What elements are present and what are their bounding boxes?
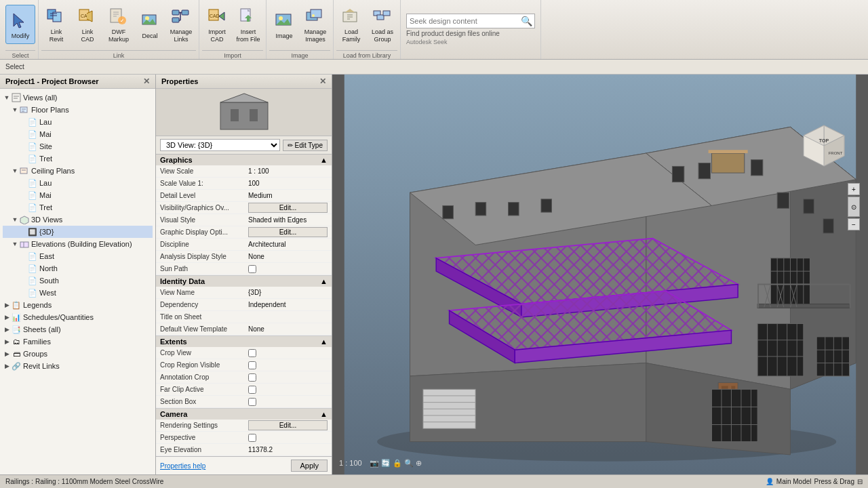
import-cad-button[interactable]: CAD ImportCAD <box>202 3 232 45</box>
rendering-settings-edit-button[interactable]: Edit... <box>248 420 328 430</box>
properties-close[interactable]: ✕ <box>319 77 326 86</box>
decal-button[interactable]: Decal <box>135 5 165 44</box>
tree-label-elevations: Elevations (Building Elevation) <box>31 240 132 248</box>
rendering-settings-label: Rendering Settings <box>160 422 248 429</box>
insert-from-file-button[interactable]: Insertfrom File <box>233 3 263 45</box>
manage-links-button[interactable]: ManageLinks <box>166 3 196 45</box>
expand-sheets: ▶ <box>3 325 11 333</box>
link-cad-button[interactable]: CAD LinkCAD <box>73 3 102 45</box>
graphics-section-header[interactable]: Graphics ▲ <box>156 155 332 165</box>
expand-north <box>19 264 27 272</box>
building-viewport-svg <box>332 75 868 474</box>
manage-images-icon <box>304 5 326 27</box>
prop-section-camera: Camera ▲ Rendering Settings Edit... Pers… <box>156 409 332 456</box>
prop-row-section-box: Section Box <box>156 396 332 408</box>
tree-item-west[interactable]: 📄 West <box>3 287 153 299</box>
tree-item-families[interactable]: ▶ 🗂 Families <box>3 336 153 348</box>
image-button[interactable]: Image <box>269 5 299 44</box>
expand-schedules: ▶ <box>3 313 11 321</box>
groups-icon: 🗃 <box>11 348 22 359</box>
select-group-label: Select <box>5 50 35 59</box>
load-as-group-button[interactable]: Load asGroup <box>368 3 397 45</box>
section-box-checkbox[interactable] <box>248 398 256 406</box>
tree-label-east: East <box>39 252 54 260</box>
tree-item-3d-views[interactable]: ▼ 3D Views <box>3 214 153 226</box>
tree-item-3d[interactable]: 🔲 {3D} <box>3 226 153 238</box>
sun-path-checkbox[interactable] <box>248 265 256 273</box>
tree-item-revit-links[interactable]: ▶ 🔗 Revit Links <box>3 360 153 372</box>
link-revit-button[interactable]: LinkRevit <box>41 3 71 45</box>
tree-label-3d-views: 3D Views <box>31 216 62 224</box>
tree-item-c-tret[interactable]: 📄 Tret <box>3 201 153 214</box>
project-browser-panel: Project1 - Project Browser ✕ ▼ Views (al… <box>0 75 156 474</box>
manage-images-button[interactable]: ManageImages <box>300 3 330 45</box>
crop-view-checkbox[interactable] <box>248 349 256 357</box>
svg-marker-0 <box>14 14 24 28</box>
apply-button[interactable]: Apply <box>291 460 328 472</box>
svg-rect-95 <box>757 304 849 308</box>
identity-collapse-icon: ▲ <box>320 277 328 285</box>
tree-item-c-lau[interactable]: 📄 Lau <box>3 177 153 189</box>
tree-item-views-all[interactable]: ▼ Views (all) <box>3 92 153 104</box>
svg-rect-16 <box>182 10 189 15</box>
dependency-label: Dependency <box>160 301 248 308</box>
svg-rect-67 <box>672 166 684 182</box>
tree-item-schedules[interactable]: ▶ 📊 Schedules/Quantities <box>3 311 153 323</box>
tree-item-groups[interactable]: ▶ 🗃 Groups <box>3 348 153 360</box>
tree-item-site[interactable]: 📄 Site <box>3 140 153 152</box>
camera-section-header[interactable]: Camera ▲ <box>156 409 332 420</box>
tree-item-sheets[interactable]: ▶ 📑 Sheets (all) <box>3 323 153 336</box>
dwf-markup-button[interactable]: ✓ DWFMarkup <box>104 3 134 45</box>
crop-region-visible-checkbox[interactable] <box>248 361 256 369</box>
expand-3d-views: ▼ <box>11 216 19 224</box>
load-family-button[interactable]: LoadFamily <box>336 3 366 45</box>
tree-item-legends[interactable]: ▶ 📋 Legends <box>3 299 153 311</box>
tree-item-floor-plans[interactable]: ▼ Floor Plans <box>3 104 153 116</box>
orientation-cube[interactable]: TOP FRONT <box>800 122 848 169</box>
toolbar-group-select: Modify Select <box>3 0 39 59</box>
svg-rect-113 <box>711 389 757 441</box>
tree-item-tret[interactable]: 📄 Tret <box>3 152 153 165</box>
identity-section-header[interactable]: Identity Data ▲ <box>156 276 332 287</box>
prop-row-detail-level: Detail Level Medium <box>156 190 332 202</box>
tree-item-east[interactable]: 📄 East <box>3 250 153 262</box>
default-view-template-value: None <box>248 325 328 333</box>
dwf-icon: ✓ <box>108 5 130 27</box>
project-browser-close[interactable]: ✕ <box>143 77 150 86</box>
perspective-checkbox[interactable] <box>248 434 256 442</box>
prop-row-title-on-sheet: Title on Sheet <box>156 311 332 323</box>
tree-item-elevations[interactable]: ▼ Elevations (Building Elevation) <box>3 238 153 250</box>
zoom-out-button[interactable]: − <box>848 218 860 230</box>
eye-elevation-value: 11378.2 <box>248 446 328 453</box>
properties-help-link[interactable]: Properties help <box>160 462 205 470</box>
prop-view-selector: 3D View: {3D} ✏ Edit Type <box>156 136 332 155</box>
tree-item-c-mai[interactable]: 📄 Mai <box>3 189 153 201</box>
visibility-edit-button[interactable]: Edit... <box>248 203 328 213</box>
extents-section-header[interactable]: Extents ▲ <box>156 336 332 347</box>
modify-button[interactable]: Modify <box>5 5 35 44</box>
viewport[interactable]: TOP FRONT + ⊙ − 1 : 100 📷 🔄 🔒 🔍 ⊕ <box>332 75 868 474</box>
annotation-crop-checkbox[interactable] <box>248 373 256 382</box>
svg-rect-54 <box>231 109 239 121</box>
tree-item-south[interactable]: 📄 South <box>3 274 153 287</box>
toolbar-group-import: CAD ImportCAD Insertfrom File Import <box>199 0 267 59</box>
graphic-display-edit-button[interactable]: Edit... <box>248 227 328 237</box>
expand-lau <box>19 118 27 126</box>
tree-label-west: West <box>39 289 56 297</box>
zoom-wheel[interactable]: ⊙ <box>848 197 860 217</box>
sheets-icon: 📑 <box>11 324 22 335</box>
tree-item-mai[interactable]: 📄 Mai <box>3 128 153 140</box>
seek-input[interactable] <box>406 14 535 28</box>
north-icon: 📄 <box>27 263 38 274</box>
expand-elevations: ▼ <box>11 240 19 248</box>
view-selector-dropdown[interactable]: 3D View: {3D} <box>160 139 280 151</box>
svg-text:CAD: CAD <box>210 14 220 18</box>
tree-item-lau[interactable]: 📄 Lau <box>3 116 153 128</box>
far-clip-active-checkbox[interactable] <box>248 386 256 394</box>
insert-from-file-label: Insertfrom File <box>236 28 260 43</box>
families-icon: 🗂 <box>11 336 22 347</box>
edit-type-button[interactable]: ✏ Edit Type <box>283 140 328 151</box>
tree-item-north[interactable]: 📄 North <box>3 262 153 274</box>
tree-item-ceiling-plans[interactable]: ▼ Ceiling Plans <box>3 165 153 177</box>
zoom-in-button[interactable]: + <box>848 183 860 195</box>
